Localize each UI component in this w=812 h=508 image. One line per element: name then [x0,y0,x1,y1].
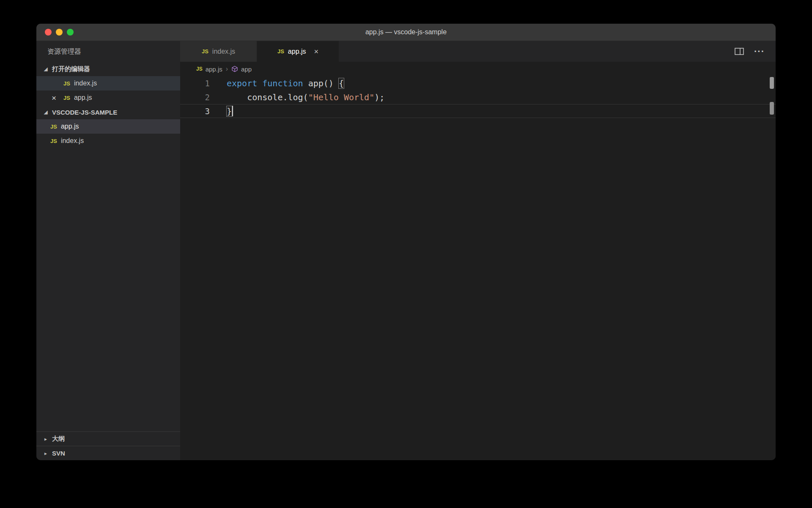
overview-ruler[interactable] [769,41,776,460]
close-tab-icon[interactable]: × [314,48,319,55]
code-line-2[interactable]: 2 console.log("Hello World"); [180,90,776,104]
code-token: console.log( [227,92,308,102]
close-brace-token: } [227,106,232,116]
open-editor-item-indexjs[interactable]: JS index.js [36,76,180,91]
twistie-collapsed-icon: ▸ [43,436,49,442]
tab-appjs[interactable]: JS app.js × [257,41,339,62]
file-label: app.js [61,123,79,130]
more-actions-icon[interactable]: ··· [754,46,765,57]
file-tree-item-appjs[interactable]: JS app.js [36,119,180,134]
overview-ruler-mark [770,102,774,115]
outline-panel-header[interactable]: ▸ 大纲 [36,431,180,446]
close-window-button[interactable] [45,29,52,36]
workspace-folder-label: VSCODE-JS-SAMPLE [52,109,117,116]
code-line-1[interactable]: 1 export function app() { [180,76,776,90]
tab-bar: JS index.js JS app.js × [180,41,776,62]
js-file-icon: JS [63,80,70,87]
chevron-right-icon: › [226,65,228,73]
code-token: ); [374,92,384,102]
breadcrumb-file[interactable]: app.js [206,66,222,73]
zoom-window-button[interactable] [67,29,74,36]
tab-label: app.js [288,48,306,55]
open-editor-label: index.js [74,80,97,87]
breadcrumb-symbol[interactable]: app [241,66,252,73]
js-file-icon: JS [50,124,57,130]
file-label: index.js [61,137,84,145]
split-editor-icon[interactable] [735,48,744,55]
svn-panel-header[interactable]: ▸ SVN [36,446,180,460]
code-line-3-current[interactable]: 3 } [180,104,776,118]
sidebar-title: 资源管理器 [36,41,180,62]
code-token: app() [303,78,339,88]
text-cursor [232,106,233,116]
js-file-icon: JS [63,95,70,101]
svn-panel-label: SVN [52,450,65,457]
js-file-icon: JS [277,48,284,55]
explorer-sidebar: 资源管理器 ◢ 打开的编辑器 JS index.js × JS app.js ◢… [36,41,180,460]
code-editor[interactable]: 1 export function app() { 2 console.log(… [180,76,776,118]
breadcrumb: JS app.js › app [180,62,776,76]
minimize-window-button[interactable] [56,29,63,36]
tab-label: index.js [212,48,235,55]
js-file-icon: JS [202,48,208,55]
vscode-window: app.js — vscode-js-sample 资源管理器 ◢ 打开的编辑器… [36,24,776,460]
line-number: 2 [180,93,210,102]
open-editors-header[interactable]: ◢ 打开的编辑器 [36,62,180,76]
symbol-method-cube-icon [231,66,238,72]
line-number: 1 [180,79,210,88]
tab-indexjs[interactable]: JS index.js [180,41,257,62]
twistie-expanded-icon: ◢ [43,66,49,72]
twistie-collapsed-icon: ▸ [43,450,49,456]
keyword-token: export function [227,78,303,88]
workspace-folder-header[interactable]: ◢ VSCODE-JS-SAMPLE [36,105,180,119]
close-editor-icon[interactable]: × [52,94,63,102]
open-editor-item-appjs[interactable]: × JS app.js [36,91,180,105]
open-editors-label: 打开的编辑器 [52,65,90,73]
open-brace-token: { [339,78,344,88]
outline-panel-label: 大纲 [52,435,65,443]
overview-ruler-mark [770,77,774,89]
window-title: app.js — vscode-js-sample [36,28,776,36]
string-token: "Hello World" [308,92,375,102]
editor-group: JS index.js JS app.js × [180,41,776,460]
js-file-icon: JS [196,66,203,72]
line-number: 3 [180,107,210,116]
twistie-expanded-icon: ◢ [43,109,49,115]
titlebar: app.js — vscode-js-sample [36,24,776,41]
file-tree-item-indexjs[interactable]: JS index.js [36,134,180,148]
js-file-icon: JS [50,138,57,144]
open-editor-label: app.js [74,94,92,102]
sidebar-bottom-panels: ▸ 大纲 ▸ SVN [36,431,180,460]
traffic-lights [45,24,74,41]
